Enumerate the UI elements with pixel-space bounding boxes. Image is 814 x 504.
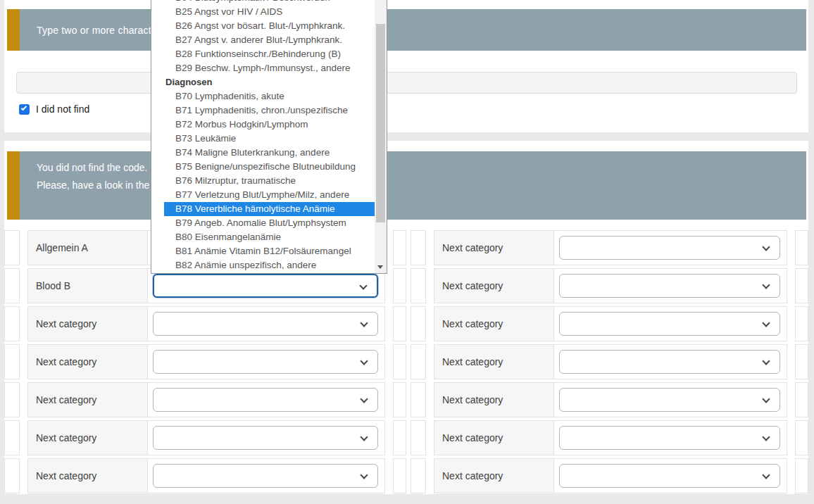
category-label: Next category [434, 459, 554, 493]
category-select[interactable] [559, 464, 780, 488]
row-number-cell [4, 306, 20, 341]
scrollbar-thumb[interactable] [376, 24, 385, 222]
table-row: Next category [411, 268, 808, 303]
category-select[interactable] [559, 274, 780, 298]
category-select[interactable] [559, 388, 780, 412]
category-cell-group: Next category [434, 344, 787, 379]
dropdown-option-selected[interactable]: B78 Vererbliche hämolytische Anämie [164, 202, 375, 216]
chevron-down-icon [762, 395, 770, 403]
row-spacer-cell [795, 268, 808, 303]
dropdown-option-list: B04 Blutsymptomatik / BeschwerdenB25 Ang… [151, 0, 375, 272]
table-row: Next category [4, 382, 406, 417]
did-not-find-label: I did not find [36, 103, 89, 115]
category-cell-group: Next category [27, 306, 385, 341]
dropdown-option[interactable]: B80 Eisenmangelanämie [164, 230, 375, 244]
chevron-down-icon [360, 357, 368, 365]
table-row: Next category [411, 306, 808, 341]
category-cell-group: Next category [434, 268, 787, 303]
search-input[interactable] [16, 72, 797, 94]
dropdown-option[interactable]: B73 Leukämie [164, 132, 375, 146]
chevron-down-icon [762, 357, 770, 365]
row-spacer-cell [795, 458, 808, 493]
category-label: Next category [28, 345, 148, 379]
row-spacer-cell [393, 382, 406, 417]
dropdown-option[interactable]: B25 Angst vor HIV / AIDS [164, 5, 375, 19]
dropdown-option[interactable]: B28 Funktionseinschr./Behinderung (B) [164, 47, 375, 61]
category-cell-group: Next category [434, 230, 787, 265]
category-select[interactable] [559, 426, 780, 450]
dropdown-option[interactable]: B70 Lymphadenitis, akute [164, 89, 375, 103]
dropdown-option[interactable]: B76 Milzruptur, traumatische [164, 174, 375, 188]
chevron-down-icon [360, 471, 368, 479]
category-select-focused[interactable] [153, 274, 378, 298]
select-cell [148, 421, 384, 455]
category-label: Next category [28, 383, 148, 417]
dropdown-option[interactable]: B79 Angeb. Anomalie Blut/Lymphsystem [164, 216, 375, 230]
row-spacer-cell [393, 268, 406, 303]
category-cell-group: Next category [434, 458, 787, 493]
row-number-cell [411, 382, 426, 417]
chevron-down-icon [762, 433, 770, 441]
category-label: Next category [28, 459, 148, 493]
category-select[interactable] [153, 464, 378, 488]
category-label: Next category [434, 269, 554, 303]
chevron-down-icon [762, 243, 770, 251]
dropdown-option[interactable]: B72 Morbus Hodgkin/Lymphom [164, 118, 375, 132]
row-spacer-cell [393, 420, 406, 455]
scroll-down-arrow-icon[interactable] [377, 265, 383, 269]
category-select[interactable] [559, 236, 780, 260]
category-select[interactable] [559, 312, 780, 336]
dropdown-option[interactable]: B82 Anämie unspezifisch, andere [164, 258, 375, 272]
dropdown-option[interactable]: B29 Beschw. Lymph-/Immunsyst., andere [164, 61, 375, 75]
table-row: Next category [4, 458, 406, 493]
table-row: Next category [411, 230, 808, 265]
dropdown-group-label: Diagnosen [151, 75, 375, 89]
row-spacer-cell [795, 344, 808, 379]
did-not-find-checkbox[interactable] [19, 104, 30, 115]
row-spacer-cell [393, 230, 406, 265]
category-section: You did not find the code. Please, have … [4, 141, 808, 494]
row-number-cell [4, 230, 20, 265]
dropdown-option[interactable]: B74 Maligne Bluterkrankung, andere [164, 146, 375, 160]
category-table-right: Next categoryNext categoryNext categoryN… [411, 230, 808, 496]
dropdown-option[interactable]: B27 Angst v. anderer Blut-/Lymphkrank. [164, 33, 375, 47]
select-cell [554, 421, 787, 455]
chevron-down-icon [762, 281, 770, 289]
category-select[interactable] [153, 312, 378, 336]
row-number-cell [411, 420, 426, 455]
dropdown-option[interactable]: B04 Blutsymptomatik / Beschwerden [164, 0, 375, 5]
row-number-cell [411, 268, 426, 303]
category-label: Allgemein A [28, 231, 148, 265]
dropdown-option[interactable]: B77 Verletzung Blut/Lymphe/Milz, andere [164, 188, 375, 202]
not-found-banner: You did not find the code. Please, have … [7, 151, 806, 220]
table-row: Next category [411, 382, 808, 417]
chevron-down-icon [359, 282, 367, 289]
row-number-cell [4, 420, 20, 455]
search-hint-banner: Type two or more charact [7, 9, 806, 51]
category-select[interactable] [559, 350, 780, 374]
chevron-down-icon [360, 319, 368, 327]
category-select[interactable] [153, 350, 378, 374]
banner-accent-bar [7, 9, 20, 51]
row-number-cell [4, 382, 20, 417]
category-cell-group: Next category [434, 306, 787, 341]
category-cell-group: Next category [434, 382, 787, 417]
table-row: Next category [4, 344, 406, 379]
row-spacer-cell [795, 230, 808, 265]
category-label: Next category [434, 421, 554, 455]
category-label: Next category [434, 345, 554, 379]
chevron-down-icon [762, 471, 770, 479]
banner-accent-bar [7, 151, 20, 220]
dropdown-scrollbar[interactable] [375, 0, 387, 273]
dropdown-option[interactable]: B26 Angst vor bösart. Blut-/Lymphkrank. [164, 19, 375, 33]
row-number-cell [4, 458, 20, 493]
dropdown-option[interactable]: B71 Lymphadenitis, chron./unspezifische [164, 103, 375, 118]
category-label: Next category [28, 307, 148, 341]
row-number-cell [411, 230, 426, 265]
row-number-cell [411, 344, 426, 379]
category-select[interactable] [153, 426, 378, 450]
dropdown-option[interactable]: B75 Benigne/unspezifische Blutneubildung [164, 160, 375, 174]
select-cell [554, 231, 787, 265]
category-select[interactable] [153, 388, 378, 412]
dropdown-option[interactable]: B81 Anämie Vitamin B12/Folsäuremangel [164, 244, 375, 258]
